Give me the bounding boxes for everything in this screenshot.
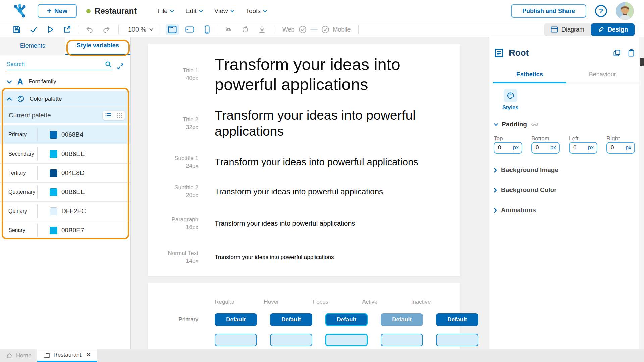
color-swatch[interactable] (50, 188, 57, 196)
export-share-button[interactable] (62, 25, 72, 34)
grid-view-icon[interactable] (117, 112, 123, 118)
sidebar-tabs: Elements Style variables (0, 37, 130, 55)
color-row-tertiary[interactable]: Tertiary 004E8D (0, 164, 130, 183)
zoom-level: 100 % (128, 26, 146, 33)
search-input[interactable] (7, 61, 104, 68)
sample-text: Transform your ideas into powerful appli… (215, 186, 453, 197)
status-dot-icon (86, 9, 91, 13)
secondary-inactive-button[interactable] (436, 334, 478, 346)
toolbar: 100 % Web Mobile (0, 22, 644, 37)
color-row-quaternary[interactable]: Quaternary 00B6EE (0, 183, 130, 202)
color-swatch[interactable] (50, 169, 57, 177)
chevron-down-icon (170, 10, 174, 12)
apple-icon[interactable] (240, 25, 250, 34)
font-family-section-header[interactable]: A Font family (0, 74, 130, 90)
toolbar-divider (79, 25, 79, 34)
avatar[interactable] (616, 2, 634, 20)
web-mobile-toggle[interactable]: Web Mobile (282, 25, 351, 34)
primary-active-button[interactable]: Default (381, 313, 423, 326)
close-icon[interactable]: ✕ (86, 351, 91, 358)
padding-section-header[interactable]: Padding (494, 121, 639, 128)
color-row-primary[interactable]: Primary 0068B4 (0, 125, 130, 144)
zoom-dropdown[interactable]: 100 % (128, 26, 153, 33)
app-logo-icon[interactable] (13, 4, 28, 18)
menu-edit[interactable]: Edit (185, 7, 203, 15)
new-button-label: New (54, 7, 67, 15)
color-row-senary[interactable]: Senary 00B0E7 (0, 221, 130, 240)
color-swatch[interactable] (50, 150, 57, 158)
color-palette-section-header[interactable]: Color palette (0, 91, 130, 107)
run-preview-button[interactable] (46, 25, 55, 34)
chevron-down-icon (149, 28, 153, 31)
scrollbar[interactable] (639, 37, 644, 349)
bottom-tab-restaurant[interactable]: Restaurant ✕ (37, 349, 97, 362)
desktop-view-button[interactable] (166, 24, 179, 35)
project-title: Restaurant (86, 6, 137, 16)
primary-hover-button[interactable]: Default (270, 313, 312, 326)
divider (493, 64, 639, 64)
help-icon[interactable]: ? (595, 5, 607, 17)
search-icon[interactable] (104, 60, 112, 68)
menu-tools[interactable]: Tools (246, 7, 267, 15)
tablet-view-button[interactable] (183, 24, 197, 35)
list-view-icon[interactable] (105, 112, 112, 118)
color-swatch[interactable] (50, 131, 57, 139)
secondary-regular-button[interactable] (215, 334, 257, 346)
primary-inactive-button[interactable]: Default (436, 313, 478, 326)
padding-top-input[interactable]: px (494, 142, 522, 154)
tab-behaviour[interactable]: Behaviour (566, 66, 639, 83)
color-swatch[interactable] (50, 207, 57, 215)
background-image-section[interactable]: Background Image (494, 166, 639, 174)
bottom-tab-home[interactable]: Home (0, 349, 37, 362)
view-mode-switch: Diagram Design (544, 23, 635, 36)
redo-button[interactable] (102, 25, 111, 34)
primary-focus-button[interactable]: Default (325, 313, 368, 326)
styles-item[interactable]: Styles (502, 89, 518, 111)
tab-style-variables[interactable]: Style variables (65, 37, 131, 55)
left-sidebar: Elements Style variables A Font family C… (0, 37, 131, 349)
design-icon (598, 26, 604, 33)
font-family-label: Font family (29, 78, 56, 85)
save-button[interactable] (12, 25, 21, 34)
publish-and-share-button[interactable]: Publish and Share (511, 4, 586, 18)
padding-left-input[interactable]: px (569, 142, 597, 154)
color-row-secondary[interactable]: Secondary 00B6EE (0, 144, 130, 164)
validate-check-button[interactable] (29, 25, 38, 34)
copy-icon[interactable] (613, 49, 621, 57)
android-icon[interactable] (224, 25, 233, 34)
bottom-tab-bar: Home Restaurant ✕ (0, 349, 644, 362)
padding-bottom-input[interactable]: px (531, 142, 560, 154)
header-bar: + New Restaurant File Edit View Tools (0, 0, 644, 22)
secondary-focus-button[interactable] (325, 334, 368, 346)
search-row (0, 55, 130, 74)
tab-esthetics[interactable]: Esthetics (493, 66, 566, 83)
color-row-quinary[interactable]: Quinary DFF2FC (0, 202, 130, 221)
color-swatch[interactable] (50, 227, 57, 234)
expand-panel-icon[interactable] (116, 62, 124, 70)
new-button[interactable]: + New (38, 4, 77, 18)
undo-button[interactable] (85, 25, 94, 34)
background-color-section[interactable]: Background Color (494, 186, 639, 194)
link-icon[interactable] (530, 121, 539, 127)
padding-right-input[interactable]: px (606, 142, 635, 154)
download-icon[interactable] (257, 25, 267, 34)
diagram-tab[interactable]: Diagram (544, 23, 591, 36)
design-canvas[interactable]: Title 140px Transform your ideas into po… (131, 37, 489, 349)
typography-row-paragraph: Paragraph16px Transform your ideas into … (148, 216, 460, 231)
button-states-card[interactable]: Regular Hover Focus Active Inactive Prim… (148, 283, 460, 349)
project-name: Restaurant (95, 6, 137, 16)
home-icon (6, 352, 13, 359)
paste-clipboard-icon[interactable] (628, 49, 635, 57)
secondary-hover-button[interactable] (270, 334, 312, 346)
typography-preview-card[interactable]: Title 140px Transform your ideas into po… (148, 44, 460, 276)
design-tab[interactable]: Design (591, 23, 635, 36)
phone-view-button[interactable] (201, 24, 214, 35)
animations-section[interactable]: Animations (494, 206, 639, 214)
toolbar-divider (118, 25, 119, 34)
menu-view[interactable]: View (214, 7, 234, 15)
secondary-active-button[interactable] (381, 334, 423, 346)
tab-elements[interactable]: Elements (0, 37, 65, 55)
menu-file[interactable]: File (157, 7, 174, 15)
primary-regular-button[interactable]: Default (215, 313, 257, 326)
scrollbar-thumb[interactable] (640, 58, 644, 66)
